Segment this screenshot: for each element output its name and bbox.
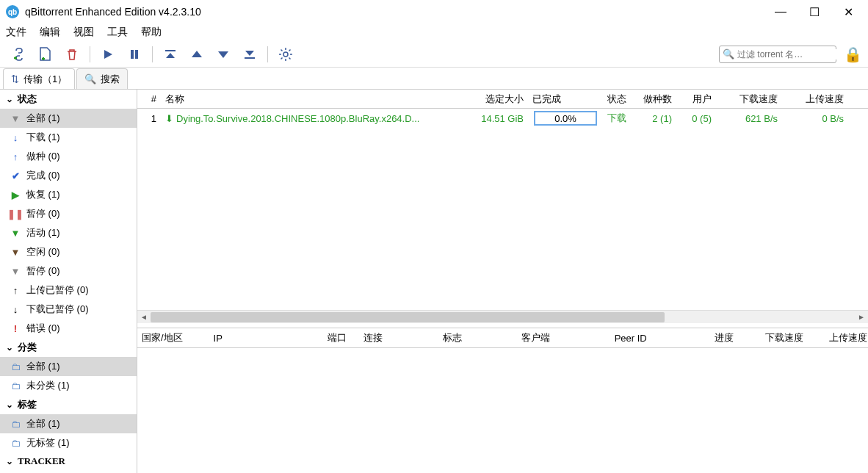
menu-help[interactable]: 帮助	[141, 26, 162, 39]
status-icon: ▶	[10, 189, 21, 201]
move-top-icon[interactable]	[160, 44, 181, 65]
delete-icon[interactable]	[62, 44, 82, 65]
status-filter-item[interactable]: ▶恢复 (1)	[0, 185, 137, 204]
cell-upspeed: 0 B/s	[782, 113, 848, 124]
move-bottom-icon[interactable]	[239, 44, 260, 65]
category-group-header[interactable]: ⌄分类	[0, 338, 137, 357]
status-filter-item[interactable]: ▼全部 (1)	[0, 109, 137, 128]
col-name[interactable]: 名称	[161, 93, 477, 106]
settings-icon[interactable]	[275, 44, 296, 65]
status-icon: ▼	[10, 247, 21, 258]
pcol-dlspeed[interactable]: 下载速度	[761, 331, 825, 344]
pcol-country[interactable]: 国家/地区	[137, 331, 209, 344]
pause-icon[interactable]	[124, 44, 145, 65]
status-icon: ❚❚	[10, 209, 21, 220]
category-item[interactable]: 🗀全部 (1)	[0, 357, 137, 376]
scroll-thumb[interactable]	[151, 312, 665, 322]
tab-search[interactable]: 🔍 搜索	[76, 68, 128, 89]
tab-search-label: 搜索	[101, 73, 120, 86]
filter-input[interactable]	[737, 49, 847, 59]
cell-size: 14.51 GiB	[477, 113, 528, 124]
svg-rect-2	[165, 50, 176, 51]
move-up-icon[interactable]	[187, 44, 207, 65]
tag-item[interactable]: 🗀无标签 (1)	[0, 433, 137, 452]
maximize-button[interactable]: ☐	[798, 0, 831, 24]
menu-edit[interactable]: 编辑	[40, 26, 60, 39]
cell-done: 0.0%	[528, 111, 603, 126]
tags-group-header[interactable]: ⌄标签	[0, 395, 137, 414]
status-label: 上传已暂停 (0)	[26, 284, 89, 297]
status-filter-item[interactable]: ▼活动 (1)	[0, 223, 137, 242]
col-done[interactable]: 已完成	[528, 93, 603, 106]
svg-rect-3	[245, 57, 255, 59]
status-filter-item[interactable]: ↑上传已暂停 (0)	[0, 281, 137, 300]
pcol-ip[interactable]: IP	[209, 333, 324, 344]
status-label: 暂停 (0)	[26, 264, 60, 278]
status-label: 恢复 (1)	[26, 188, 60, 201]
pcol-client[interactable]: 客户端	[517, 331, 610, 344]
pcol-conn[interactable]: 连接	[359, 331, 438, 344]
torrent-columns: # 名称 选定大小 已完成 状态 做种数 用户 下载速度 上传速度	[137, 90, 868, 109]
col-peers[interactable]: 用户	[676, 93, 716, 106]
pcol-flags[interactable]: 标志	[438, 331, 517, 344]
col-status[interactable]: 状态	[603, 93, 635, 106]
search-icon: 🔍	[723, 48, 734, 59]
status-filter-item[interactable]: ❚❚暂停 (0)	[0, 204, 137, 223]
lock-icon[interactable]: 🔒	[844, 46, 862, 63]
svg-rect-1	[135, 50, 138, 59]
peer-columns: 国家/地区 IP 端口 连接 标志 客户端 Peer ID 进度 下载速度 上传…	[137, 328, 868, 348]
menu-tools[interactable]: 工具	[107, 26, 128, 39]
menubar: 文件 编辑 视图 工具 帮助	[0, 24, 868, 41]
torrent-row[interactable]: 1 ⬇ Dying.To.Survive.2018.CHINESE.1080p.…	[137, 109, 868, 128]
tag-label: 全部 (1)	[26, 417, 60, 430]
add-file-icon[interactable]	[35, 44, 56, 65]
sidebar: ⌄状态 ▼全部 (1)↓下载 (1)↑做种 (0)✔完成 (0)▶恢复 (1)❚…	[0, 90, 137, 473]
scroll-right-icon[interactable]: ►	[855, 311, 868, 324]
col-seeds[interactable]: 做种数	[635, 93, 676, 106]
pcol-peerid[interactable]: Peer ID	[610, 333, 710, 344]
menu-file[interactable]: 文件	[6, 26, 26, 39]
category-label: 未分类 (1)	[26, 379, 70, 392]
status-icon: ▼	[10, 228, 21, 239]
toolbar: 🔍 🔒	[0, 41, 868, 68]
status-label: 暂停 (0)	[26, 207, 60, 220]
minimize-button[interactable]: —	[764, 0, 798, 24]
status-icon: ↓	[10, 304, 21, 315]
pcol-port[interactable]: 端口	[323, 331, 359, 344]
tag-item[interactable]: 🗀全部 (1)	[0, 414, 137, 433]
tracker-group-header[interactable]: ⌄TRACKER	[0, 452, 137, 470]
status-filter-item[interactable]: ▼暂停 (0)	[0, 261, 137, 281]
status-group-header[interactable]: ⌄状态	[0, 90, 137, 109]
status-filter-item[interactable]: ↑做种 (0)	[0, 147, 137, 166]
status-label: 下载已暂停 (0)	[26, 303, 89, 316]
resume-icon[interactable]	[98, 44, 118, 65]
close-button[interactable]: ✕	[831, 0, 865, 24]
status-label: 错误 (0)	[26, 322, 60, 335]
tab-transfers[interactable]: ⇅ 传输（1）	[3, 68, 75, 89]
menu-view[interactable]: 视图	[73, 26, 94, 39]
col-size[interactable]: 选定大小	[477, 93, 528, 106]
status-filter-item[interactable]: !错误 (0)	[0, 319, 137, 338]
cell-num: 1	[137, 113, 161, 124]
pcol-upspeed[interactable]: 上传速度	[825, 331, 868, 344]
status-filter-item[interactable]: ✔完成 (0)	[0, 166, 137, 185]
status-filter-item[interactable]: ↓下载已暂停 (0)	[0, 300, 137, 319]
tag-label: 无标签 (1)	[26, 436, 70, 449]
status-icon: ✔	[10, 170, 21, 181]
move-down-icon[interactable]	[213, 44, 234, 65]
status-label: 做种 (0)	[26, 150, 60, 163]
scroll-left-icon[interactable]: ◄	[137, 311, 151, 324]
col-num[interactable]: #	[137, 93, 161, 104]
col-dlspeed[interactable]: 下载速度	[716, 93, 782, 106]
add-link-icon[interactable]	[9, 44, 29, 65]
status-filter-item[interactable]: ↓下载 (1)	[0, 128, 137, 147]
status-icon: !	[10, 323, 21, 334]
category-item[interactable]: 🗀未分类 (1)	[0, 376, 137, 395]
filter-box[interactable]: 🔍	[719, 46, 836, 63]
col-upspeed[interactable]: 上传速度	[782, 93, 848, 106]
status-filter-item[interactable]: ▼空闲 (0)	[0, 242, 137, 261]
pcol-progress[interactable]: 进度	[710, 331, 760, 344]
h-scrollbar[interactable]: ◄ ►	[137, 310, 868, 323]
app-logo: qb	[6, 5, 19, 18]
download-arrow-icon: ⬇	[165, 113, 173, 124]
